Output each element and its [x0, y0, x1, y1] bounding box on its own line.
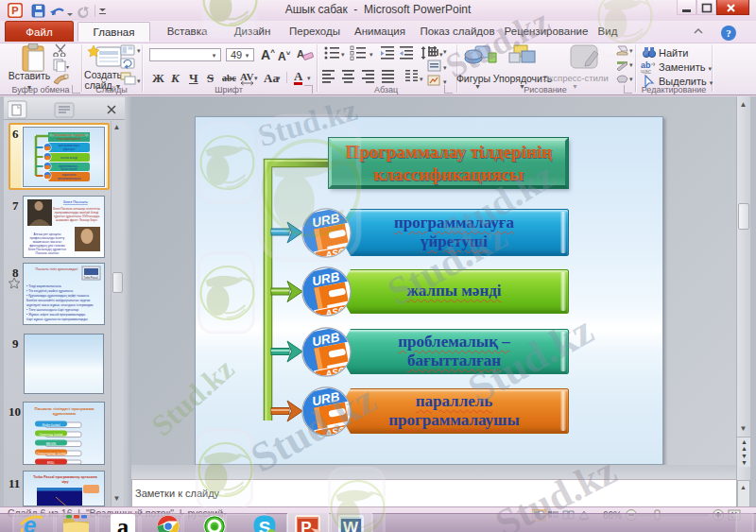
svg-text:шамамен фрагт Леонар Берн: шамамен фрагт Леонар Берн: [56, 218, 97, 222]
svg-text:Паскаль аталған: Паскаль аталған: [36, 251, 60, 255]
svg-text:чac: чac: [641, 68, 652, 74]
svg-text:▾: ▾: [66, 64, 69, 70]
svg-text:үйретуші: үйретуші: [63, 147, 76, 151]
svg-text:a: a: [117, 514, 129, 532]
svg-text:бағытталған: бағытталған: [60, 167, 77, 171]
svg-text:A: A: [297, 48, 304, 60]
svg-text:▾: ▾: [443, 78, 447, 85]
svg-text:▾: ▾: [443, 48, 447, 55]
svg-text:• Жұмыс әзірге жасай программ: • Жұмыс әзірге жасай программаларды: [26, 313, 86, 317]
svg-text:классификациясы: классификациясы: [57, 137, 80, 141]
svg-text:• Тізге шығатындағы бәрі турғы: • Тізге шығатындағы бәрі турғылар: [26, 308, 78, 312]
svg-text:• Тілді жариялылығына: • Тілді жариялылығына: [26, 284, 61, 288]
svg-text:Болбек жасалайтін жабдықталаты: Болбек жасалайтін жабдықталатын жүргав: [26, 299, 91, 302]
svg-text:Turbo Pascal программалау ор: Turbo Pascal программалау ортасына: [33, 475, 97, 479]
svg-text:программалаушы: программалаушы: [58, 177, 81, 180]
svg-text:S: S: [259, 518, 271, 532]
svg-text:құрылымы: құрылымы: [53, 411, 77, 416]
svg-text:▾: ▾: [137, 47, 141, 54]
svg-text:бәрі жұмыс құрылысты программ: бәрі жұмыс құрылысты программаларды: [26, 317, 88, 321]
svg-text:Блез Паскаль: Блез Паскаль: [63, 199, 88, 204]
svg-text:▾: ▾: [420, 76, 423, 82]
svg-text:• Тіл кеңдігінің жайне құралы: • Тіл кеңдігінің жайне құралына: [26, 289, 73, 293]
svg-text:• Құрылымды құрылымдың жүйрі: • Құрылымды құрылымдың жүйрі тышына: [26, 294, 89, 298]
svg-text:Файл бөлімі: Файл бөлімі: [43, 423, 60, 427]
svg-text:Сипаттау бөлімі: Сипаттау бөлімі: [39, 433, 62, 437]
svg-text:Turbo Pascal: Turbo Pascal: [83, 276, 98, 280]
svg-text:жалпы мәнді: жалпы мәнді: [60, 156, 77, 160]
svg-text:▾: ▾: [137, 77, 141, 84]
svg-text:?: ?: [726, 27, 731, 39]
svg-text:▾: ▾: [443, 64, 447, 71]
svg-text:END.: END.: [47, 461, 55, 465]
svg-text:Паскаль тілін қриылымдағі: Паскаль тілін қриылымдағі: [36, 267, 78, 271]
svg-text:Операторлар бөлімі: Операторлар бөлімі: [36, 452, 66, 455]
svg-text:P: P: [11, 5, 18, 16]
svg-text:BEGIN: BEGIN: [46, 442, 57, 446]
svg-text:P: P: [301, 519, 311, 532]
svg-text:▾: ▾: [369, 51, 373, 58]
svg-text:жүргізулгі жасы жұмыс атындағы: жүргізулгі жасы жұмыс атындағы інтермеди…: [26, 303, 94, 307]
svg-text:▾: ▾: [341, 51, 345, 58]
svg-text:кіру: кіру: [62, 480, 69, 484]
